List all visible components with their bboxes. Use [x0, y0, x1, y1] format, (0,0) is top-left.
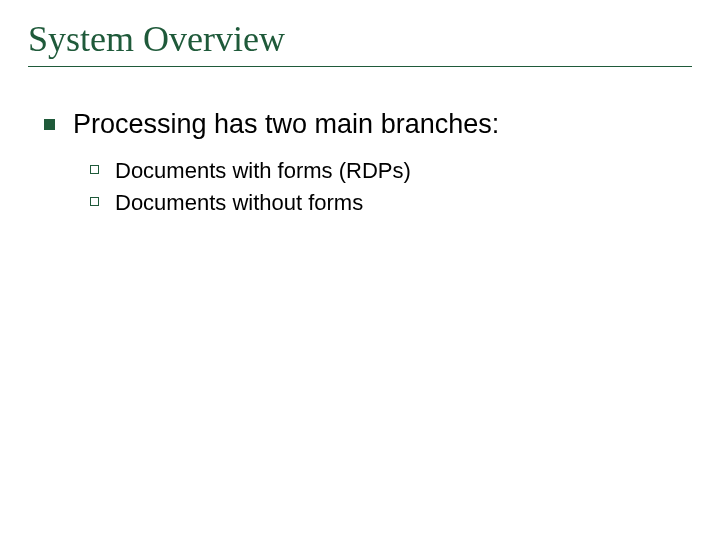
sub-bullet-item: Documents with forms (RDPs)	[90, 158, 692, 184]
title-row: System Overview	[28, 18, 692, 67]
main-bullet-item: Processing has two main branches:	[44, 109, 692, 140]
sub-bullet-item: Documents without forms	[90, 190, 692, 216]
outline-square-bullet-icon	[90, 165, 99, 174]
sub-bullet-list: Documents with forms (RDPs) Documents wi…	[90, 158, 692, 216]
slide-title: System Overview	[28, 18, 692, 60]
main-bullet-text: Processing has two main branches:	[73, 109, 499, 140]
slide: System Overview Processing has two main …	[0, 0, 720, 540]
sub-bullet-text: Documents without forms	[115, 190, 363, 216]
sub-bullet-text: Documents with forms (RDPs)	[115, 158, 411, 184]
outline-square-bullet-icon	[90, 197, 99, 206]
filled-square-bullet-icon	[44, 119, 55, 130]
